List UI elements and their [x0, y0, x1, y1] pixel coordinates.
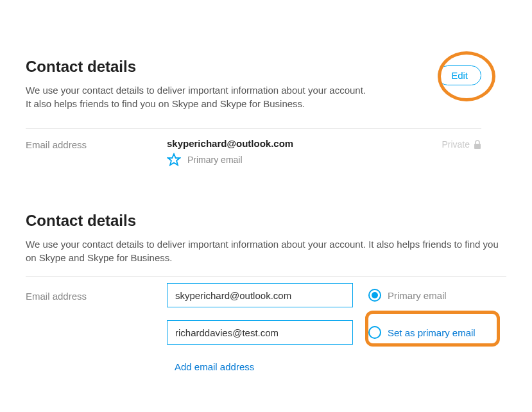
- email-value: skyperichard@outlook.com: [167, 138, 442, 149]
- page-title: Contact details: [26, 58, 481, 76]
- star-icon: [167, 153, 181, 167]
- email-input-2[interactable]: [167, 320, 353, 345]
- svg-rect-1: [474, 144, 481, 149]
- email-input-1[interactable]: [167, 283, 353, 307]
- primary-radio-group-1: Primary email: [368, 289, 447, 302]
- primary-email-indicator: Primary email: [167, 153, 442, 167]
- privacy-label: Private: [442, 139, 470, 150]
- edit-button[interactable]: Edit: [438, 65, 481, 85]
- primary-email-radio-selected[interactable]: [368, 289, 381, 302]
- field-value: skyperichard@outlook.com Primary email: [167, 138, 442, 167]
- radio-label: Primary email: [388, 290, 447, 301]
- contact-details-description: We use your contact details to deliver i…: [26, 237, 506, 264]
- contact-details-edit: Contact details We use your contact deta…: [0, 167, 532, 373]
- email-edit-row: Email address Primary email: [26, 277, 506, 314]
- email-edit-row: Set as primary email: [26, 314, 506, 351]
- svg-marker-0: [168, 154, 180, 165]
- set-primary-email-radio[interactable]: [368, 326, 381, 339]
- field-label: Email address: [26, 289, 167, 302]
- page-title: Contact details: [26, 212, 506, 230]
- primary-email-label: Primary email: [187, 155, 243, 165]
- add-email-link[interactable]: Add email address: [167, 351, 254, 372]
- contact-details-description: We use your contact details to deliver i…: [26, 83, 372, 110]
- email-row: Email address skyperichard@outlook.com P…: [26, 129, 481, 167]
- field-label: Email address: [26, 138, 167, 150]
- lock-icon: [474, 140, 481, 149]
- privacy-indicator: Private: [442, 138, 481, 150]
- primary-radio-group-2: Set as primary email: [368, 326, 476, 339]
- field-label-empty: [26, 332, 167, 333]
- radio-label-link[interactable]: Set as primary email: [388, 327, 476, 338]
- contact-details-readonly: Contact details We use your contact deta…: [0, 0, 507, 167]
